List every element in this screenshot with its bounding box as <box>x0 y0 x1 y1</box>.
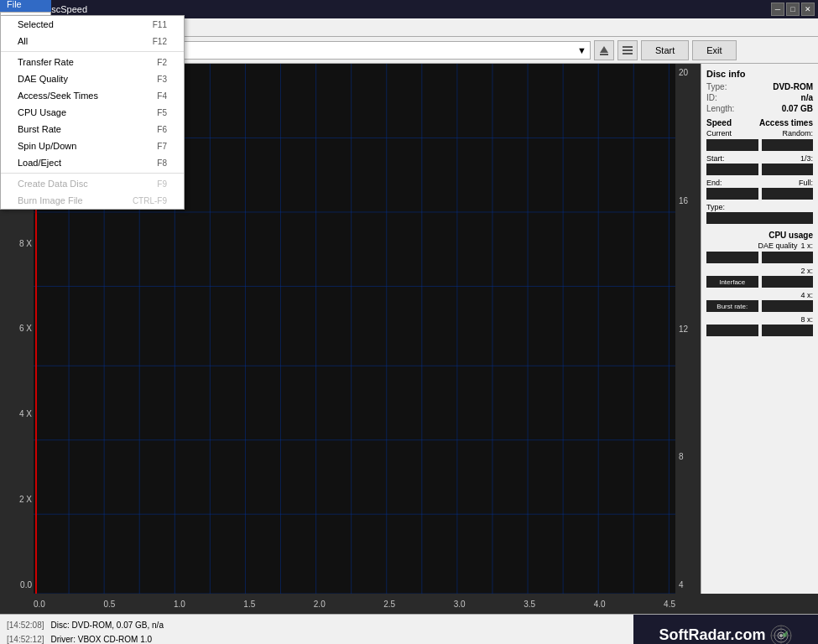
random-access-value <box>762 139 814 151</box>
type-value: DVD-ROM <box>773 82 813 91</box>
exit-button[interactable]: Exit <box>692 40 736 60</box>
x-label-3: 3.0 <box>454 600 466 609</box>
length-value: 0.07 GB <box>782 104 813 113</box>
x-axis-labels: 0.0 0.5 1.0 1.5 2.0 2.5 3.0 3.5 4.0 4.5 <box>34 600 675 609</box>
separator-1 <box>1 51 184 52</box>
maximize-button[interactable]: □ <box>786 3 800 16</box>
type-label: Type: <box>706 82 727 91</box>
length-label: Length: <box>706 104 734 113</box>
svg-marker-0 <box>600 46 608 53</box>
one-x-label: 1 x: <box>800 242 813 250</box>
menu-create-data-disc: Create Data Disc F9 <box>1 175 184 192</box>
right-y-8: 8 <box>679 452 697 461</box>
dae-quality-value <box>706 252 758 263</box>
menu-bar: File Run Test Extra Help Selected F11 Al… <box>0 18 818 37</box>
y-label-4: 4 X <box>2 409 32 418</box>
menu-selected[interactable]: Selected F11 <box>1 16 184 33</box>
right-y-20: 20 <box>679 68 697 77</box>
eject-button[interactable] <box>594 40 614 60</box>
x-label-35: 3.5 <box>524 600 535 609</box>
settings-button[interactable] <box>617 40 638 60</box>
start-button[interactable]: Start <box>641 40 689 60</box>
y-label-6: 6 X <box>2 324 32 333</box>
svg-rect-3 <box>623 49 633 51</box>
two-x-value <box>762 276 814 288</box>
menu-access-seek[interactable]: Access/Seek Times F4 <box>1 87 184 104</box>
menu-cpu-usage[interactable]: CPU Usage F5 <box>1 104 184 121</box>
dropdown-arrow-icon: ▼ <box>577 45 586 55</box>
end-speed-value <box>706 188 758 200</box>
svg-rect-2 <box>623 46 633 48</box>
type-speed-value <box>706 212 813 224</box>
end-label: End: <box>706 179 722 187</box>
status-bar: [14:52:08] Disc: DVD-ROM, 0.07 GB, n/a [… <box>0 614 818 644</box>
status-msg-1: Disc: DVD-ROM, 0.07 GB, n/a <box>50 621 163 630</box>
menu-transfer-rate[interactable]: Transfer Rate F2 <box>1 54 184 70</box>
one-third-value <box>762 164 814 175</box>
menu-load-eject[interactable]: Load/Eject F8 <box>1 154 184 171</box>
x-label-25: 2.5 <box>383 600 395 609</box>
start-speed-value <box>706 164 758 175</box>
random-label: Random: <box>782 129 813 138</box>
disc-info-title: Disc info <box>706 69 813 79</box>
status-time-2: [14:52:12] <box>7 635 44 644</box>
svg-rect-1 <box>600 54 608 55</box>
four-x-label: 4 x: <box>800 291 813 299</box>
two-x-label: 2 x: <box>800 267 813 275</box>
id-value: n/a <box>801 93 813 102</box>
interface-label-box: Interface <box>706 276 758 288</box>
run-test-dropdown: Selected F11 All F12 Transfer Rate F2 DA… <box>0 15 185 210</box>
four-x-value <box>762 300 814 312</box>
right-panel: Disc info Type: DVD-ROM ID: n/a Length: … <box>701 64 818 594</box>
full-label: Full: <box>799 179 813 187</box>
softRadar-branding: SoftRadar.com Software reviews & downloa… <box>633 615 818 644</box>
right-y-12: 12 <box>679 325 697 334</box>
y-label-8: 8 X <box>2 239 32 248</box>
access-times-title: Access times <box>759 118 813 127</box>
full-value <box>762 188 814 200</box>
menu-burn-image: Burn Image File CTRL-F9 <box>1 192 184 209</box>
x-axis-area: 0.0 0.5 1.0 1.5 2.0 2.5 3.0 3.5 4.0 4.5 <box>0 594 818 614</box>
menu-file[interactable]: File <box>0 0 51 12</box>
eight-x-value <box>762 325 814 336</box>
svg-point-38 <box>779 634 783 637</box>
y-label-2: 2 X <box>2 495 32 504</box>
type-speed-label: Type: <box>706 203 725 211</box>
x-label-2: 2.0 <box>314 600 326 609</box>
speed-title: Speed <box>706 118 732 127</box>
right-y-axis-labels: 20 16 12 8 4 <box>675 64 701 594</box>
current-label: Current <box>706 129 732 138</box>
x-label-05: 0.5 <box>103 600 115 609</box>
one-x-value <box>762 252 814 263</box>
separator-2 <box>1 173 184 174</box>
x-label-4: 4.0 <box>594 600 606 609</box>
softRadar-name: SoftRadar.com <box>659 626 765 644</box>
menu-all[interactable]: All F12 <box>1 33 184 49</box>
one-third-label: 1/3: <box>800 154 813 163</box>
status-msg-2: Driver: VBOX CD-ROM 1.0 <box>50 635 152 644</box>
burst-rate-label-box: Burst rate: <box>706 300 758 312</box>
svg-rect-4 <box>623 53 633 55</box>
minimize-button[interactable]: ─ <box>771 3 784 16</box>
y-label-0: 0.0 <box>2 580 32 589</box>
current-speed-value <box>706 139 758 151</box>
radar-icon <box>769 624 793 645</box>
x-label-0: 0.0 <box>34 600 45 609</box>
menu-burst-rate[interactable]: Burst Rate F6 <box>1 121 184 138</box>
status-messages: [14:52:08] Disc: DVD-ROM, 0.07 GB, n/a [… <box>0 615 633 644</box>
start-label: Start: <box>706 154 725 163</box>
menu-dae-quality[interactable]: DAE Quality F3 <box>1 70 184 87</box>
burst-rate-value <box>706 325 758 336</box>
cpu-usage-title: CPU usage <box>769 231 813 240</box>
x-label-45: 4.5 <box>664 600 675 609</box>
status-time-1: [14:52:08] <box>7 621 44 630</box>
id-label: ID: <box>706 93 717 102</box>
x-label-15: 1.5 <box>243 600 255 609</box>
right-y-4: 4 <box>679 580 697 589</box>
close-button[interactable]: ✕ <box>801 3 815 16</box>
dae-quality-side-label: DAE quality <box>758 242 797 250</box>
status-line-1: [14:52:08] Disc: DVD-ROM, 0.07 GB, n/a <box>7 621 627 630</box>
menu-spin-up-down[interactable]: Spin Up/Down F7 <box>1 138 184 154</box>
x-label-1: 1.0 <box>174 600 185 609</box>
right-y-16: 16 <box>679 196 697 205</box>
